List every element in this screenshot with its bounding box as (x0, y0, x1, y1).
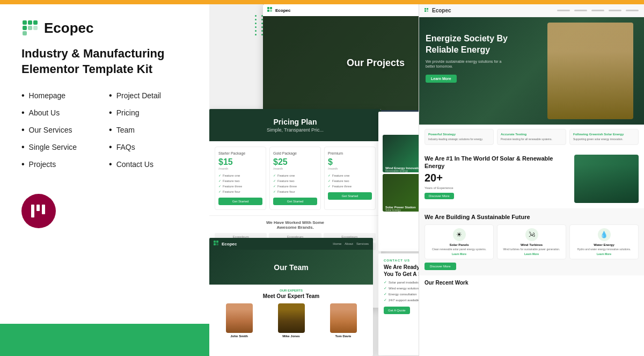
solar-service-desc: Clean renewable solar panel energy syste… (428, 248, 490, 251)
brands-title: We Have Worked With SomeAwesome Brands. (215, 220, 376, 230)
svg-rect-13 (270, 10, 272, 12)
nav-col-left: Homepage About Us Our Services Single Se… (21, 91, 77, 177)
nav-item-single[interactable]: Single Service (21, 142, 77, 152)
team-member-1: John Smith (215, 303, 264, 338)
premium-features: Feature one Feature two Feature three (328, 173, 372, 188)
elementor-icon (29, 201, 48, 221)
service-card-wind: 🌬 Wind Turbines Wind turbines for sustai… (497, 224, 566, 260)
water-service-desc: Hydro and water energy innovative soluti… (573, 248, 635, 251)
team-mini-nav: Home About Services (333, 242, 369, 245)
help-cta-btn[interactable]: Get A Quote (384, 307, 410, 314)
solar-service-name: Solar Panels (428, 243, 490, 246)
we-are-btn[interactable]: Discover More (425, 193, 454, 199)
svg-rect-7 (31, 205, 34, 217)
feature-card-1-text: Industry-leading strategic solutions for… (428, 137, 490, 141)
nav-dot-4 (609, 10, 621, 11)
svg-rect-8 (36, 205, 40, 211)
premium-price: $ (328, 157, 372, 167)
nav-item-pricing[interactable]: Pricing (109, 108, 161, 118)
starter-period: /month (218, 167, 262, 170)
we-are-worker-image (574, 155, 639, 203)
site-logo-small: Ecopec (425, 8, 451, 13)
feature-card-3: Following Greenish Solar Energy Supporti… (569, 129, 639, 145)
nav-item-projects[interactable]: Projects (21, 159, 77, 169)
svg-rect-4 (28, 26, 32, 30)
svg-rect-10 (267, 7, 269, 9)
hero-subtitle: We provide sustainable energy solutions … (426, 59, 511, 70)
starter-btn[interactable]: Get Started (218, 198, 262, 205)
stat-label: Years of Experience (425, 186, 569, 190)
gold-features: Feature one Feature two Feature three Fe… (273, 173, 317, 193)
team-mini-logo: Ecopec (214, 241, 237, 247)
member-name-1: John Smith (215, 335, 264, 338)
wind-learn-more[interactable]: Learn More (501, 252, 562, 256)
gold-name: Gold Package (273, 151, 317, 155)
nav-item-faqs[interactable]: FAQs (109, 142, 161, 152)
team-hero: Our Team (209, 250, 373, 285)
we-are-img-overlay (574, 155, 639, 203)
gold-plan: Gold Package $25 /month Feature one Feat… (269, 147, 321, 210)
hero-worker-image (547, 23, 633, 119)
logo-icon (21, 19, 39, 37)
service-card-solar: ☀ Solar Panels Clean renewable solar pan… (425, 224, 494, 260)
water-learn-more[interactable]: Learn More (573, 252, 635, 256)
gold-btn[interactable]: Get Started (273, 198, 317, 205)
nav-item-homepage[interactable]: Homepage (21, 91, 77, 100)
starter-price: $15 (218, 157, 262, 167)
pricing-plans: Starter Package $15 /month Feature one F… (209, 141, 381, 215)
site-header: Ecopec (419, 4, 644, 17)
team-section: Our Experts Meet Our Expert Team John Sm… (209, 285, 373, 342)
member-avatar-3 (330, 303, 357, 333)
feature-card-2: Accurate Testing Precision testing for a… (497, 129, 566, 145)
pricing-subtitle: Simple, Transparent Pric... (218, 127, 372, 133)
feature-card-3-text: Supporting green solar energy innovation… (573, 137, 635, 141)
team-section-label: Our Experts (215, 289, 368, 292)
wind-icon: 🌬 (525, 228, 538, 241)
svg-rect-5 (33, 26, 38, 30)
tagline: Industry & ManufacturingElementor Templa… (21, 46, 193, 77)
starter-features: Feature one Feature two Feature three Fe… (218, 173, 262, 193)
team-member-3: Tom Davis (319, 303, 368, 338)
hero-text-block: Energize Society By Reliable Energy We p… (426, 33, 522, 83)
logo-text: Ecopec (44, 20, 94, 37)
svg-rect-14 (214, 241, 216, 243)
svg-rect-19 (427, 8, 428, 10)
water-icon: 💧 (598, 228, 611, 241)
water-service-name: Water Energy (573, 243, 635, 246)
pricing-title: Pricing Plan (218, 118, 372, 126)
nav-col-right: Project Detail Pricing Team FAQs Contact… (109, 91, 161, 177)
svg-rect-17 (216, 243, 218, 245)
stat-number: 20+ (425, 172, 569, 184)
nav-item-services[interactable]: Our Services (21, 125, 77, 135)
left-panel: Ecopec Industry & ManufacturingElementor… (0, 4, 209, 356)
nav-dot-1 (557, 10, 570, 11)
nav-dot-5 (626, 10, 639, 11)
member-avatar-1 (226, 303, 253, 333)
we-are-section: We Are #1 In The World Of Solar & Renewa… (419, 149, 644, 208)
wind-service-name: Wind Turbines (501, 243, 562, 246)
logo-area: Ecopec (21, 19, 193, 37)
work-item-1-sub: Renewable Energy (385, 169, 408, 172)
svg-rect-9 (42, 205, 45, 214)
solar-icon: ☀ (453, 228, 466, 241)
member-name-2: Mike Jones (267, 335, 316, 338)
svg-rect-16 (214, 243, 216, 245)
preview-main-right-screen: Ecopec Energize Society By Reliable Ener… (419, 4, 644, 356)
hero-section: Energize Society By Reliable Energy We p… (419, 17, 644, 125)
nav-item-project-detail[interactable]: Project Detail (109, 91, 161, 100)
team-header-bar: Ecopec Home About Services (209, 238, 373, 250)
feature-card-2-title: Accurate Testing (501, 133, 562, 136)
premium-btn[interactable]: Get Started (328, 192, 372, 200)
nav-item-about[interactable]: About Us (21, 108, 77, 118)
sustainable-btn[interactable]: Discover More (425, 263, 456, 270)
solar-learn-more[interactable]: Learn More (428, 252, 490, 256)
svg-rect-12 (267, 10, 269, 12)
hero-cta-btn[interactable]: Learn More (426, 75, 457, 83)
nav-item-contact[interactable]: Contact Us (109, 159, 161, 169)
gold-price: $25 (273, 157, 317, 167)
starter-name: Starter Package (218, 151, 262, 155)
elementor-badge (21, 194, 56, 228)
service-card-water: 💧 Water Energy Hydro and water energy in… (569, 224, 639, 260)
starter-plan: Starter Package $15 /month Feature one F… (215, 147, 266, 210)
nav-item-team[interactable]: Team (109, 125, 161, 135)
